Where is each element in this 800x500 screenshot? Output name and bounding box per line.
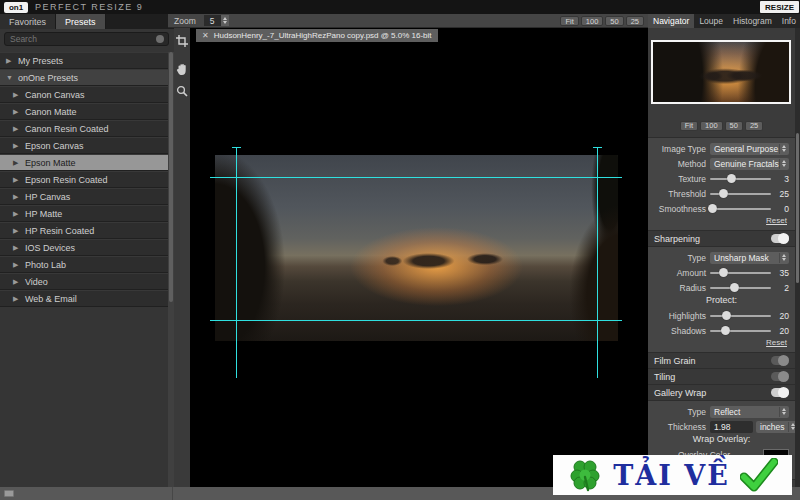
preset-item[interactable]: ▶Canon Matte <box>0 103 168 120</box>
radius-label: Radius <box>648 283 710 293</box>
search-clear-icon[interactable] <box>156 35 164 43</box>
zoom-50-button[interactable]: 50 <box>605 16 623 26</box>
stepper-arrows-icon[interactable] <box>779 407 788 417</box>
wrap-type-value: Reflect <box>714 407 740 417</box>
crop-handle-top-right[interactable] <box>593 147 602 148</box>
expand-arrow-icon[interactable]: ▶ <box>13 176 21 184</box>
right-panel-tabs: Navigator Loupe Histogram Info <box>648 14 800 28</box>
preset-item-label: Canon Canvas <box>25 90 85 100</box>
tab-loupe[interactable]: Loupe <box>694 14 728 28</box>
expand-arrow-icon[interactable]: ▶ <box>13 210 21 218</box>
preset-item[interactable]: ▶My Presets <box>0 52 168 69</box>
expand-arrow-icon[interactable]: ▶ <box>13 125 21 133</box>
expand-arrow-icon[interactable]: ▶ <box>13 244 21 252</box>
preset-item-label: Epson Resin Coated <box>25 175 108 185</box>
zoom-tool-icon[interactable] <box>174 81 190 101</box>
crop-handle-top-left[interactable] <box>232 147 241 148</box>
stepper-arrows-icon[interactable] <box>779 253 788 263</box>
preset-item[interactable]: ▶IOS Devices <box>0 239 168 256</box>
preset-item[interactable]: ▶Epson Resin Coated <box>0 171 168 188</box>
expand-arrow-icon[interactable]: ▶ <box>6 57 14 65</box>
preset-item[interactable]: ▶HP Canvas <box>0 188 168 205</box>
resize-module-button[interactable]: RESIZE <box>760 1 799 13</box>
hand-tool-icon[interactable] <box>174 59 190 79</box>
stepper-arrows-icon[interactable] <box>779 159 788 169</box>
preset-item-label: IOS Devices <box>25 243 75 253</box>
nav-zoom-25-button[interactable]: 25 <box>745 121 763 131</box>
radius-slider[interactable] <box>710 282 771 294</box>
thickness-field[interactable]: 1.98 <box>710 421 753 433</box>
tab-presets[interactable]: Presets <box>56 14 106 29</box>
threshold-slider[interactable] <box>710 188 771 200</box>
crop-guide-bottom[interactable] <box>210 320 622 321</box>
zoom-100-button[interactable]: 100 <box>581 16 604 26</box>
status-preferences-icon[interactable] <box>4 490 14 497</box>
nav-zoom-fit-button[interactable]: Fit <box>680 121 698 131</box>
texture-slider[interactable] <box>710 173 771 185</box>
method-dropdown[interactable]: Genuine Fractals <box>710 158 789 170</box>
preset-item[interactable]: ▶HP Resin Coated <box>0 222 168 239</box>
sharpening-toggle[interactable] <box>771 234 789 243</box>
preset-item[interactable]: ▶Video <box>0 273 168 290</box>
tab-histogram[interactable]: Histogram <box>728 14 777 28</box>
collapse-arrow-icon[interactable]: ▼ <box>6 74 14 81</box>
preset-item[interactable]: ▼onOne Presets <box>0 69 168 86</box>
zoom-25-button[interactable]: 25 <box>626 16 644 26</box>
resize-reset-link[interactable]: Reset <box>766 216 787 228</box>
sharpening-header: Sharpening <box>648 231 795 247</box>
sharpening-reset-link[interactable]: Reset <box>766 338 787 350</box>
amount-label: Amount <box>648 268 710 278</box>
expand-arrow-icon[interactable]: ▶ <box>13 227 21 235</box>
expand-arrow-icon[interactable]: ▶ <box>13 159 21 167</box>
expand-arrow-icon[interactable]: ▶ <box>13 142 21 150</box>
nav-zoom-50-button[interactable]: 50 <box>725 121 743 131</box>
preset-item[interactable]: ▶Epson Canvas <box>0 137 168 154</box>
expand-arrow-icon[interactable]: ▶ <box>13 295 21 303</box>
preset-item[interactable]: ▶HP Matte <box>0 205 168 222</box>
preset-item[interactable]: ▶Photo Lab <box>0 256 168 273</box>
highlights-slider[interactable] <box>710 310 771 322</box>
tab-navigator[interactable]: Navigator <box>648 14 694 28</box>
preset-item[interactable]: ▶Canon Canvas <box>0 86 168 103</box>
tab-favorites[interactable]: Favorites <box>0 14 56 29</box>
crop-guide-top[interactable] <box>210 177 622 178</box>
preset-item-label: Photo Lab <box>25 260 66 270</box>
method-value: Genuine Fractals <box>714 159 779 169</box>
zoom-value-field[interactable]: 5 <box>204 15 221 26</box>
search-input[interactable] <box>5 34 156 44</box>
expand-arrow-icon[interactable]: ▶ <box>13 261 21 269</box>
shadows-slider[interactable] <box>710 325 771 337</box>
film-grain-toggle[interactable] <box>771 356 789 365</box>
gallery-wrap-toggle[interactable] <box>771 388 789 397</box>
crop-guide-left[interactable] <box>236 147 237 378</box>
tab-info[interactable]: Info <box>777 14 800 28</box>
expand-arrow-icon[interactable]: ▶ <box>13 108 21 116</box>
image-type-dropdown[interactable]: General Purpose <box>710 143 789 155</box>
zoom-stepper[interactable] <box>221 15 229 26</box>
smoothness-label: Smoothness <box>648 204 710 214</box>
wrap-type-dropdown[interactable]: Reflect <box>710 406 789 418</box>
preset-item[interactable]: ▶Epson Matte <box>0 154 168 171</box>
right-panel-scrollbar[interactable] <box>795 28 800 500</box>
amount-slider[interactable] <box>710 267 771 279</box>
crop-tool-icon[interactable] <box>174 31 190 51</box>
expand-arrow-icon[interactable]: ▶ <box>13 278 21 286</box>
photo-preview[interactable] <box>215 155 618 341</box>
nav-zoom-100-button[interactable]: 100 <box>700 121 723 131</box>
expand-arrow-icon[interactable]: ▶ <box>13 193 21 201</box>
preset-item[interactable]: ▶Canon Resin Coated <box>0 120 168 137</box>
tiling-toggle[interactable] <box>771 372 789 381</box>
preset-item[interactable]: ▶Web & Email <box>0 290 168 307</box>
sharpen-type-dropdown[interactable]: Unsharp Mask <box>710 252 789 264</box>
navigator-thumbnail[interactable] <box>651 40 791 104</box>
tiling-label: Tiling <box>654 372 675 382</box>
crop-guide-right[interactable] <box>597 147 598 378</box>
zoom-fit-button[interactable]: Fit <box>560 16 578 26</box>
smoothness-slider[interactable] <box>710 203 771 215</box>
document-tab[interactable]: ✕ HudsonHenry_-7_UltraHighRezPano copy.p… <box>196 29 438 42</box>
image-canvas[interactable]: ✕ HudsonHenry_-7_UltraHighRezPano copy.p… <box>190 28 648 487</box>
stepper-arrows-icon[interactable] <box>779 144 788 154</box>
thickness-unit-dropdown[interactable]: inches <box>756 421 798 433</box>
expand-arrow-icon[interactable]: ▶ <box>13 91 21 99</box>
close-document-icon[interactable]: ✕ <box>202 31 209 40</box>
